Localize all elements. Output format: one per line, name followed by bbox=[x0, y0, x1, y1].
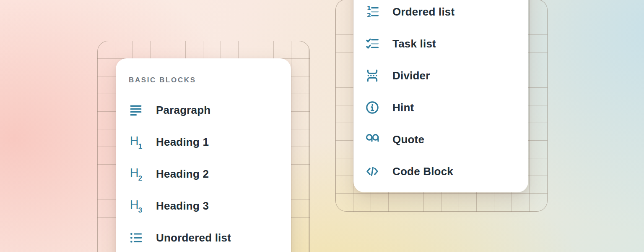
menu-item-ordered-list[interactable]: 1 2 Ordered list bbox=[365, 0, 528, 28]
block-menu-basic-blocks: BASIC BLOCKS Paragraph H1 Heading 1 H2 bbox=[116, 58, 291, 252]
ordered-list-icon: 1 2 bbox=[365, 5, 379, 19]
svg-text:2: 2 bbox=[367, 11, 371, 19]
menu-item-heading-2[interactable]: H2 Heading 2 bbox=[129, 158, 291, 190]
menu-item-label: Heading 1 bbox=[156, 136, 209, 149]
menu-item-label: Divider bbox=[392, 69, 430, 82]
task-list-icon bbox=[365, 37, 379, 51]
menu-item-label: Code Block bbox=[392, 165, 453, 178]
divider-icon bbox=[365, 68, 379, 83]
menu-item-paragraph[interactable]: Paragraph bbox=[129, 94, 291, 126]
more-blocks-list: 1 2 Ordered list Task list bbox=[365, 0, 528, 187]
menu-item-unordered-list[interactable]: Unordered list bbox=[129, 222, 291, 252]
menu-item-hint[interactable]: Hint bbox=[365, 92, 528, 123]
quote-icon bbox=[365, 132, 379, 147]
paragraph-icon bbox=[129, 103, 143, 117]
menu-item-label: Unordered list bbox=[156, 231, 231, 244]
hint-icon bbox=[365, 100, 379, 115]
code-block-icon bbox=[365, 164, 379, 178]
menu-item-label: Quote bbox=[392, 133, 424, 146]
section-label-basic-blocks: BASIC BLOCKS bbox=[129, 74, 291, 86]
menu-item-label: Ordered list bbox=[392, 5, 454, 18]
heading-2-icon: H2 bbox=[129, 167, 143, 181]
menu-item-label: Hint bbox=[392, 101, 414, 114]
menu-item-quote[interactable]: Quote bbox=[365, 123, 528, 155]
menu-item-task-list[interactable]: Task list bbox=[365, 28, 528, 60]
menu-item-code-block[interactable]: Code Block bbox=[365, 155, 528, 187]
menu-item-heading-1[interactable]: H1 Heading 1 bbox=[129, 126, 291, 158]
menu-item-heading-3[interactable]: H3 Heading 3 bbox=[129, 190, 291, 222]
menu-item-label: Heading 3 bbox=[156, 200, 209, 213]
menu-item-label: Task list bbox=[392, 37, 436, 50]
block-menu-more-blocks: 1 2 Ordered list Task list bbox=[353, 0, 528, 192]
svg-text:1: 1 bbox=[367, 5, 371, 12]
basic-blocks-list: Paragraph H1 Heading 1 H2 Heading 2 H3 H… bbox=[129, 94, 291, 252]
menu-item-label: Heading 2 bbox=[156, 168, 209, 181]
menu-item-divider[interactable]: Divider bbox=[365, 60, 528, 92]
heading-3-icon: H3 bbox=[129, 199, 143, 213]
unordered-list-icon bbox=[129, 231, 143, 245]
heading-1-icon: H1 bbox=[129, 135, 143, 149]
menu-item-label: Paragraph bbox=[156, 104, 210, 117]
